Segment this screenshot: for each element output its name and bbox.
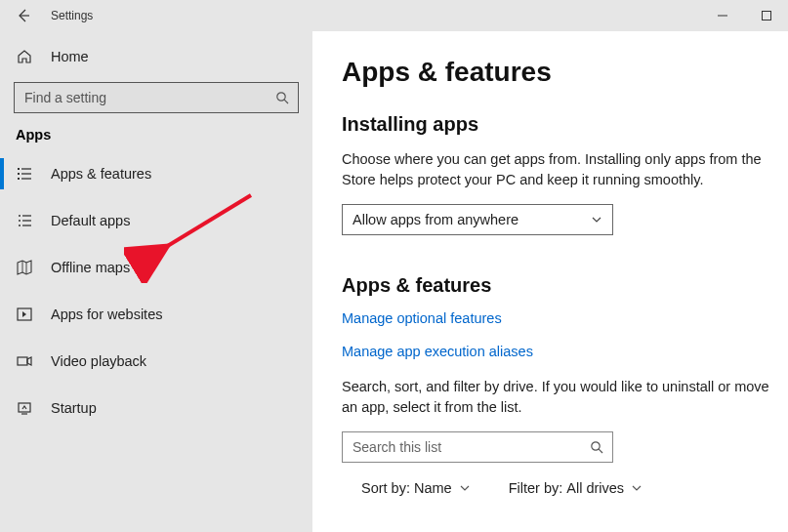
sidebar-item-label: Offline maps	[51, 260, 130, 275]
sidebar: Home Apps Apps & features	[0, 31, 312, 532]
maximize-icon	[762, 11, 771, 20]
sidebar-item-label: Apps for websites	[51, 307, 162, 322]
installing-apps-heading: Installing apps	[342, 113, 788, 136]
sort-label: Sort by:	[361, 480, 410, 496]
svg-point-23	[592, 442, 600, 450]
svg-point-11	[19, 215, 21, 217]
sidebar-item-offline-maps[interactable]: Offline maps	[0, 246, 312, 289]
chevron-down-icon	[460, 483, 470, 493]
sidebar-item-default-apps[interactable]: Default apps	[0, 199, 312, 242]
settings-search-input[interactable]	[15, 83, 267, 112]
svg-line-4	[284, 100, 288, 103]
sidebar-home-label: Home	[51, 49, 89, 64]
filter-help-text: Search, sort, and filter by drive. If yo…	[342, 377, 788, 418]
sidebar-item-label: Video playback	[51, 353, 146, 369]
startup-icon	[16, 399, 33, 417]
install-source-combo[interactable]: Allow apps from anywhere	[342, 204, 613, 235]
sidebar-item-label: Startup	[51, 400, 97, 416]
sidebar-item-label: Apps & features	[51, 166, 151, 182]
sidebar-item-startup[interactable]: Startup	[0, 387, 312, 430]
manage-optional-features-link[interactable]: Manage optional features	[342, 310, 788, 326]
sidebar-section-label: Apps	[0, 123, 312, 152]
svg-rect-9	[18, 178, 20, 180]
settings-search[interactable]	[14, 82, 299, 113]
back-button[interactable]	[0, 0, 47, 31]
combo-value: Allow apps from anywhere	[353, 212, 518, 227]
chevron-down-icon	[591, 214, 602, 225]
svg-rect-20	[18, 357, 27, 365]
minimize-icon	[718, 11, 727, 20]
list-icon	[16, 165, 33, 183]
svg-rect-5	[18, 168, 20, 170]
sort-by-control[interactable]: Sort by: Name	[361, 480, 470, 496]
maximize-button[interactable]	[744, 0, 788, 31]
filter-value: All drives	[566, 480, 624, 496]
apps-features-heading: Apps & features	[342, 274, 788, 297]
filter-label: Filter by:	[509, 480, 563, 496]
svg-point-13	[19, 220, 21, 222]
chevron-down-icon	[632, 483, 642, 493]
default-apps-icon	[16, 212, 33, 229]
svg-line-24	[599, 449, 602, 453]
sidebar-item-apps-features[interactable]: Apps & features	[0, 152, 312, 195]
content-pane: Apps & features Installing apps Choose w…	[312, 31, 788, 532]
page-title: Apps & features	[342, 57, 788, 88]
websites-icon	[16, 306, 33, 323]
svg-point-15	[19, 225, 21, 226]
sidebar-item-video-playback[interactable]: Video playback	[0, 340, 312, 383]
app-list-search[interactable]	[342, 431, 613, 463]
sidebar-item-label: Default apps	[51, 213, 130, 228]
home-icon	[16, 48, 33, 65]
installing-apps-text: Choose where you can get apps from. Inst…	[342, 149, 788, 190]
svg-rect-21	[19, 403, 30, 412]
svg-rect-2	[762, 12, 770, 20]
manage-execution-aliases-link[interactable]: Manage app execution aliases	[342, 344, 788, 359]
search-icon	[581, 440, 612, 454]
svg-point-3	[277, 93, 285, 101]
sort-value: Name	[414, 480, 452, 496]
video-icon	[16, 352, 33, 370]
minimize-button[interactable]	[700, 0, 744, 31]
search-icon	[267, 91, 298, 104]
filter-by-control[interactable]: Filter by: All drives	[509, 480, 642, 496]
titlebar: Settings	[0, 0, 788, 31]
map-icon	[16, 259, 33, 276]
sidebar-item-apps-websites[interactable]: Apps for websites	[0, 293, 312, 336]
arrow-left-icon	[16, 8, 31, 23]
window-title: Settings	[51, 9, 93, 22]
sidebar-home[interactable]: Home	[0, 37, 312, 76]
app-list-search-input[interactable]	[343, 432, 581, 462]
svg-rect-7	[18, 173, 20, 175]
